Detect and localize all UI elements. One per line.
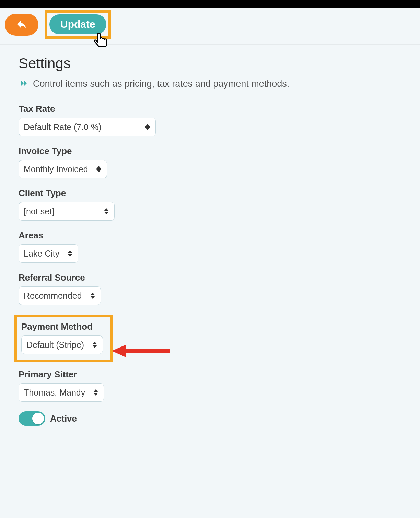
primary-sitter-value: Thomas, Mandy (24, 388, 85, 398)
update-highlight-box: Update (45, 10, 111, 39)
svg-marker-1 (112, 345, 126, 357)
top-black-bar (0, 0, 420, 8)
double-chevron-icon (19, 79, 29, 89)
caret-icon (145, 124, 150, 130)
client-type-label: Client Type (19, 188, 401, 199)
back-button[interactable] (5, 14, 38, 36)
referral-source-value: Recommended (24, 291, 82, 301)
caret-icon (90, 293, 95, 299)
field-invoice-type: Invoice Type Monthly Invoiced (19, 146, 401, 178)
field-payment-method: Payment Method Default (Stripe) (21, 321, 103, 354)
page-title: Settings (19, 55, 401, 72)
caret-icon (93, 389, 98, 396)
primary-sitter-label: Primary Sitter (19, 369, 401, 380)
active-toggle[interactable] (19, 411, 45, 426)
invoice-type-select[interactable]: Monthly Invoiced (19, 160, 107, 178)
field-areas: Areas Lake City (19, 230, 401, 263)
areas-select[interactable]: Lake City (19, 244, 78, 263)
caret-icon (96, 166, 101, 172)
content: Settings Control items such as pricing, … (0, 45, 420, 436)
areas-label: Areas (19, 230, 401, 241)
payment-method-label: Payment Method (21, 321, 103, 332)
page-subtitle: Control items such as pricing, tax rates… (33, 79, 289, 89)
invoice-type-value: Monthly Invoiced (24, 164, 88, 174)
invoice-type-label: Invoice Type (19, 146, 401, 156)
referral-source-select[interactable]: Recommended (19, 286, 101, 305)
toggle-knob (32, 413, 44, 424)
client-type-select[interactable]: [not set] (19, 202, 115, 221)
active-toggle-row: Active (19, 411, 401, 426)
field-referral-source: Referral Source Recommended (19, 272, 401, 305)
annotation-arrow-icon (112, 343, 170, 360)
field-client-type: Client Type [not set] (19, 188, 401, 221)
payment-method-value: Default (Stripe) (26, 340, 84, 350)
payment-method-highlight-box: Payment Method Default (Stripe) (14, 315, 113, 362)
areas-value: Lake City (24, 249, 59, 259)
field-primary-sitter: Primary Sitter Thomas, Mandy (19, 369, 401, 402)
field-tax-rate: Tax Rate Default Rate (7.0 %) (19, 104, 401, 136)
tax-rate-label: Tax Rate (19, 104, 401, 114)
active-label: Active (50, 413, 77, 424)
toolbar: Update (0, 8, 420, 45)
caret-icon (104, 208, 109, 214)
reply-arrow-icon (15, 19, 28, 31)
cursor-pointer-icon (92, 31, 111, 50)
tax-rate-select[interactable]: Default Rate (7.0 %) (19, 118, 156, 136)
referral-source-label: Referral Source (19, 272, 401, 283)
primary-sitter-select[interactable]: Thomas, Mandy (19, 383, 104, 402)
payment-method-select[interactable]: Default (Stripe) (21, 335, 103, 354)
caret-icon (68, 250, 72, 257)
client-type-value: [not set] (24, 207, 54, 216)
tax-rate-value: Default Rate (7.0 %) (24, 122, 102, 132)
caret-icon (92, 342, 97, 348)
subtitle-row: Control items such as pricing, tax rates… (19, 79, 401, 89)
